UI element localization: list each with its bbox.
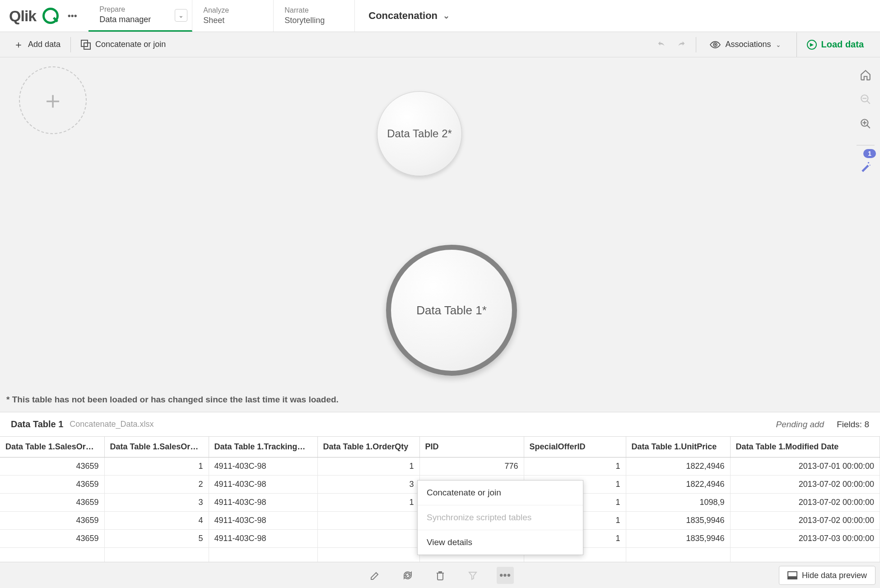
toolbar: ＋ Add data Concatenate or join Associati…: [0, 32, 880, 57]
app-name-label: Concatenation: [368, 10, 438, 22]
play-circle-icon: ▶: [807, 40, 817, 50]
table-cell: [317, 512, 419, 530]
tab-small: Analyze: [203, 6, 262, 15]
ctx-concatenate-join[interactable]: Concatenate or join: [418, 481, 583, 505]
col-header[interactable]: Data Table 1.OrderQty: [317, 437, 419, 457]
table-cell: 4911-403C-98: [209, 512, 317, 530]
hide-preview-label: Hide data preview: [802, 571, 867, 580]
logo-q-icon: [42, 8, 59, 24]
table-cell: 43659: [0, 457, 104, 476]
tab-narrate[interactable]: Narrate Storytelling: [274, 0, 355, 32]
ctx-view-details[interactable]: View details: [418, 530, 583, 555]
col-header[interactable]: Data Table 1.SalesOr…: [104, 437, 209, 457]
table-cell: [317, 530, 419, 548]
canvas-footnote: * This table has not been loaded or has …: [6, 395, 339, 405]
svg-line-4: [867, 101, 870, 104]
tab-analyze[interactable]: Analyze Sheet: [192, 0, 274, 32]
delete-icon[interactable]: [432, 567, 449, 584]
chevron-down-icon: ⌄: [443, 11, 450, 21]
table-cell: 1: [104, 457, 209, 476]
table-cell: 2013-07-02 00:00:00: [730, 512, 880, 530]
nav-tabs: Prepare Data manager ⌄ Analyze Sheet Nar…: [88, 0, 355, 32]
table-cell: 1822,4946: [626, 476, 730, 494]
table-cell: 43659: [0, 530, 104, 548]
table-cell: 1: [317, 457, 419, 476]
table-cell: 1098,9: [626, 494, 730, 512]
tab-prepare[interactable]: Prepare Data manager ⌄: [88, 0, 192, 32]
fields-count: Fields: 8: [837, 420, 869, 429]
col-header[interactable]: Data Table 1.SalesOr…: [0, 437, 104, 457]
col-header[interactable]: SpecialOfferID: [524, 437, 626, 457]
table-cell: 5: [104, 530, 209, 548]
table-cell: 4911-403C-98: [209, 494, 317, 512]
table-bubble-1[interactable]: Data Table 1*: [386, 245, 517, 376]
bubble-label: Data Table 1*: [416, 303, 487, 317]
col-header[interactable]: PID: [419, 437, 524, 457]
table-cell: 2013-07-03 00:00:00: [730, 530, 880, 548]
table-cell: 1: [524, 457, 626, 476]
svg-line-7: [867, 125, 870, 128]
table-cell: 2013-07-02 00:00:00: [730, 494, 880, 512]
concat-label: Concatenate or join: [95, 40, 166, 49]
hide-preview-button[interactable]: Hide data preview: [779, 566, 875, 585]
zoom-in-icon[interactable]: [860, 118, 871, 130]
undo-button[interactable]: [653, 37, 670, 53]
svg-point-10: [868, 162, 869, 163]
table-cell: 4911-403C-98: [209, 476, 317, 494]
edit-icon[interactable]: [367, 567, 384, 584]
tab-main: Data manager: [99, 14, 181, 25]
concat-icon: [81, 40, 91, 50]
separator: [696, 37, 696, 52]
table-cell: 1835,9946: [626, 530, 730, 548]
preview-file: Concatenate_Data.xlsx: [70, 420, 154, 429]
svg-point-2: [714, 44, 716, 46]
load-data-button[interactable]: ▶ Load data: [796, 33, 874, 57]
table-bubble-2[interactable]: Data Table 2*: [377, 91, 462, 176]
zoom-out-icon[interactable]: [860, 93, 871, 105]
col-header[interactable]: Data Table 1.UnitPrice: [626, 437, 730, 457]
tab-main: Storytelling: [284, 15, 344, 26]
tab-main: Sheet: [203, 15, 262, 26]
table-row[interactable]: 4365914911-403C-98177611822,49462013-07-…: [0, 457, 880, 476]
wand-badge: 1: [863, 149, 876, 158]
table-cell: 1835,9946: [626, 512, 730, 530]
logo-text: Qlik: [9, 7, 36, 25]
more-actions-button[interactable]: •••: [497, 567, 514, 584]
col-header[interactable]: Data Table 1.Modified Date: [730, 437, 880, 457]
table-cell: 43659: [0, 494, 104, 512]
table-cell: 4911-403C-98: [209, 530, 317, 548]
concatenate-join-button[interactable]: Concatenate or join: [74, 36, 173, 53]
table-cell: 43659: [0, 476, 104, 494]
refresh-icon[interactable]: [399, 567, 416, 584]
tab-small: Prepare: [99, 5, 181, 14]
load-data-label: Load data: [821, 39, 864, 50]
table-cell: 2013-07-01 00:00:00: [730, 457, 880, 476]
preview-title: Data Table 1: [11, 419, 63, 429]
chevron-down-icon[interactable]: ⌄: [175, 9, 187, 22]
table-cell: 1: [317, 494, 419, 512]
home-icon[interactable]: [860, 69, 871, 81]
chevron-down-icon: ⌄: [776, 41, 781, 48]
redo-button[interactable]: [673, 37, 689, 53]
table-cell: 4911-403C-98: [209, 457, 317, 476]
svg-rect-13: [788, 576, 797, 579]
associations-button[interactable]: Associations ⌄: [703, 36, 788, 53]
separator: [70, 37, 71, 52]
associations-canvas[interactable]: ＋ Data Table 2* Data Table 1* * This tab…: [0, 57, 880, 412]
global-more-button[interactable]: •••: [65, 9, 79, 23]
context-menu: Concatenate or join Synchronize scripted…: [417, 480, 583, 555]
col-header[interactable]: Data Table 1.Tracking…: [209, 437, 317, 457]
app-name[interactable]: Concatenation ⌄: [355, 0, 463, 32]
preview-header: Data Table 1 Concatenate_Data.xlsx Pendi…: [0, 412, 880, 436]
ctx-synchronize: Synchronize scripted tables: [418, 505, 583, 530]
add-table-bubble[interactable]: ＋: [19, 66, 87, 134]
add-data-button[interactable]: ＋ Add data: [6, 36, 68, 53]
bubble-label: Data Table 2*: [387, 127, 452, 140]
table-cell: 3: [104, 494, 209, 512]
filter-icon: [464, 567, 481, 584]
top-nav: Qlik ••• Prepare Data manager ⌄ Analyze …: [0, 0, 880, 32]
svg-point-11: [870, 165, 871, 166]
magic-wand-icon[interactable]: 1: [860, 161, 871, 173]
pending-label: Pending add: [776, 420, 824, 429]
add-data-label: Add data: [28, 40, 61, 49]
